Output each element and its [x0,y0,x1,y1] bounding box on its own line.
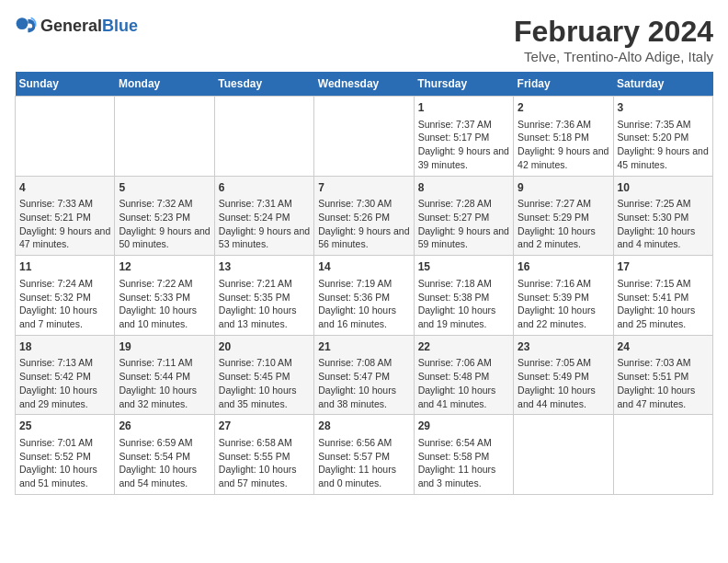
calendar-cell: 9Sunrise: 7:27 AM Sunset: 5:29 PM Daylig… [514,176,613,256]
calendar-cell: 18Sunrise: 7:13 AM Sunset: 5:42 PM Dayli… [16,335,115,415]
day-number: 27 [219,419,310,434]
calendar-cell: 16Sunrise: 7:16 AM Sunset: 5:39 PM Dayli… [514,256,613,336]
day-info: Sunrise: 7:06 AM Sunset: 5:48 PM Dayligh… [418,356,509,410]
day-info: Sunrise: 7:19 AM Sunset: 5:36 PM Dayligh… [318,277,409,331]
calendar-cell [214,97,313,177]
day-info: Sunrise: 7:36 AM Sunset: 5:18 PM Dayligh… [518,118,609,172]
calendar-header-row: SundayMondayTuesdayWednesdayThursdayFrid… [16,72,713,97]
header-day-saturday: Saturday [613,72,712,97]
day-info: Sunrise: 7:33 AM Sunset: 5:21 PM Dayligh… [19,197,110,251]
day-number: 14 [318,259,409,275]
day-number: 8 [418,180,509,196]
day-number: 9 [518,180,609,196]
day-number: 29 [418,419,509,434]
calendar-week-row: 18Sunrise: 7:13 AM Sunset: 5:42 PM Dayli… [16,335,713,415]
logo-text: GeneralBlue [40,17,138,36]
day-info: Sunrise: 7:13 AM Sunset: 5:42 PM Dayligh… [19,356,110,410]
day-info: Sunrise: 6:59 AM Sunset: 5:54 PM Dayligh… [119,436,210,490]
logo-icon [15,15,37,37]
day-info: Sunrise: 7:27 AM Sunset: 5:29 PM Dayligh… [518,197,609,251]
day-info: Sunrise: 7:11 AM Sunset: 5:44 PM Dayligh… [119,356,210,410]
logo-blue: Blue [102,17,138,35]
day-number: 3 [618,100,709,116]
header-day-tuesday: Tuesday [214,72,313,97]
calendar-cell: 28Sunrise: 6:56 AM Sunset: 5:57 PM Dayli… [314,415,414,495]
day-number: 19 [119,339,210,355]
calendar-cell: 19Sunrise: 7:11 AM Sunset: 5:44 PM Dayli… [115,335,214,415]
calendar-cell: 6Sunrise: 7:31 AM Sunset: 5:24 PM Daylig… [214,176,313,256]
day-number: 18 [19,339,110,355]
header-day-thursday: Thursday [414,72,513,97]
header: GeneralBlue February 2024 Telve, Trentin… [15,15,713,64]
logo-general: General [40,17,102,35]
day-number: 15 [418,259,509,275]
day-number: 4 [19,180,110,196]
calendar-cell: 24Sunrise: 7:03 AM Sunset: 5:51 PM Dayli… [613,335,712,415]
header-day-friday: Friday [514,72,613,97]
day-number: 28 [318,419,409,434]
calendar-cell [16,97,115,177]
day-info: Sunrise: 7:05 AM Sunset: 5:49 PM Dayligh… [518,356,609,410]
day-number: 23 [518,339,609,355]
day-info: Sunrise: 7:35 AM Sunset: 5:20 PM Dayligh… [618,118,709,172]
main-title: February 2024 [514,15,713,49]
calendar-cell: 7Sunrise: 7:30 AM Sunset: 5:26 PM Daylig… [314,176,414,256]
calendar-cell: 29Sunrise: 6:54 AM Sunset: 5:58 PM Dayli… [414,415,513,495]
svg-point-0 [17,17,28,29]
calendar-cell: 4Sunrise: 7:33 AM Sunset: 5:21 PM Daylig… [16,176,115,256]
day-number: 12 [119,259,210,275]
day-info: Sunrise: 7:08 AM Sunset: 5:47 PM Dayligh… [318,356,409,410]
calendar-cell: 20Sunrise: 7:10 AM Sunset: 5:45 PM Dayli… [214,335,313,415]
day-number: 2 [518,100,609,116]
calendar-cell: 22Sunrise: 7:06 AM Sunset: 5:48 PM Dayli… [414,335,513,415]
calendar-cell [314,97,414,177]
calendar-cell [613,415,712,495]
calendar-week-row: 4Sunrise: 7:33 AM Sunset: 5:21 PM Daylig… [16,176,713,256]
day-info: Sunrise: 7:37 AM Sunset: 5:17 PM Dayligh… [418,118,509,172]
day-info: Sunrise: 6:56 AM Sunset: 5:57 PM Dayligh… [318,436,409,490]
calendar-cell [115,97,214,177]
calendar-cell: 5Sunrise: 7:32 AM Sunset: 5:23 PM Daylig… [115,176,214,256]
day-number: 13 [219,259,310,275]
calendar-cell: 25Sunrise: 7:01 AM Sunset: 5:52 PM Dayli… [16,415,115,495]
day-number: 20 [219,339,310,355]
day-info: Sunrise: 7:25 AM Sunset: 5:30 PM Dayligh… [618,197,709,251]
day-number: 17 [618,259,709,275]
day-info: Sunrise: 7:31 AM Sunset: 5:24 PM Dayligh… [219,197,310,251]
day-info: Sunrise: 7:18 AM Sunset: 5:38 PM Dayligh… [418,277,509,331]
day-info: Sunrise: 7:21 AM Sunset: 5:35 PM Dayligh… [219,277,310,331]
day-number: 26 [119,419,210,434]
day-info: Sunrise: 7:24 AM Sunset: 5:32 PM Dayligh… [19,277,110,331]
calendar-cell: 23Sunrise: 7:05 AM Sunset: 5:49 PM Dayli… [514,335,613,415]
calendar-cell: 17Sunrise: 7:15 AM Sunset: 5:41 PM Dayli… [613,256,712,336]
day-info: Sunrise: 7:16 AM Sunset: 5:39 PM Dayligh… [518,277,609,331]
day-info: Sunrise: 7:10 AM Sunset: 5:45 PM Dayligh… [219,356,310,410]
calendar-cell: 27Sunrise: 6:58 AM Sunset: 5:55 PM Dayli… [214,415,313,495]
calendar-cell: 12Sunrise: 7:22 AM Sunset: 5:33 PM Dayli… [115,256,214,336]
day-info: Sunrise: 7:32 AM Sunset: 5:23 PM Dayligh… [119,197,210,251]
day-number: 16 [518,259,609,275]
calendar-week-row: 25Sunrise: 7:01 AM Sunset: 5:52 PM Dayli… [16,415,713,495]
calendar-cell: 3Sunrise: 7:35 AM Sunset: 5:20 PM Daylig… [613,97,712,177]
day-number: 7 [318,180,409,196]
calendar-cell: 8Sunrise: 7:28 AM Sunset: 5:27 PM Daylig… [414,176,513,256]
calendar-cell: 1Sunrise: 7:37 AM Sunset: 5:17 PM Daylig… [414,97,513,177]
calendar-cell: 21Sunrise: 7:08 AM Sunset: 5:47 PM Dayli… [314,335,414,415]
day-number: 24 [618,339,709,355]
calendar-week-row: 11Sunrise: 7:24 AM Sunset: 5:32 PM Dayli… [16,256,713,336]
calendar-cell: 15Sunrise: 7:18 AM Sunset: 5:38 PM Dayli… [414,256,513,336]
calendar-week-row: 1Sunrise: 7:37 AM Sunset: 5:17 PM Daylig… [16,97,713,177]
header-day-sunday: Sunday [16,72,115,97]
calendar-cell: 11Sunrise: 7:24 AM Sunset: 5:32 PM Dayli… [16,256,115,336]
subtitle: Telve, Trentino-Alto Adige, Italy [514,49,713,64]
day-number: 10 [618,180,709,196]
day-number: 5 [119,180,210,196]
day-info: Sunrise: 7:03 AM Sunset: 5:51 PM Dayligh… [618,356,709,410]
day-info: Sunrise: 7:01 AM Sunset: 5:52 PM Dayligh… [19,436,110,490]
title-area: February 2024 Telve, Trentino-Alto Adige… [514,15,713,64]
calendar-cell: 2Sunrise: 7:36 AM Sunset: 5:18 PM Daylig… [514,97,613,177]
day-info: Sunrise: 7:30 AM Sunset: 5:26 PM Dayligh… [318,197,409,251]
calendar-cell: 26Sunrise: 6:59 AM Sunset: 5:54 PM Dayli… [115,415,214,495]
header-day-monday: Monday [115,72,214,97]
day-info: Sunrise: 6:58 AM Sunset: 5:55 PM Dayligh… [219,436,310,490]
